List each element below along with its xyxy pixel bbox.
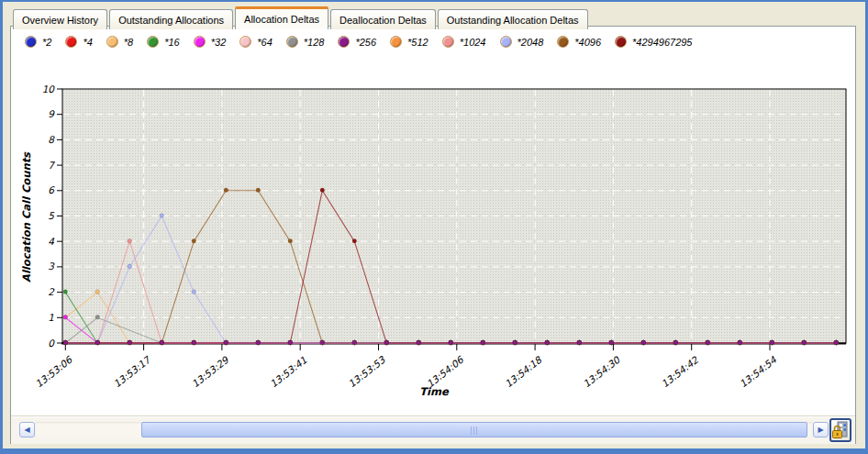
scrollbar-grip: [471, 426, 478, 435]
tab-outstanding-allocation-deltas[interactable]: Outstanding Allocation Deltas: [438, 9, 588, 29]
legend-color-dot: [338, 36, 350, 48]
legend-color-dot: [390, 36, 402, 48]
series-point-256: [63, 340, 68, 345]
series-point-4096: [224, 188, 228, 193]
y-tick-label: 9: [48, 108, 55, 119]
series-point-256: [770, 340, 774, 345]
series-point-256: [481, 340, 485, 345]
tab-strip: Overview HistoryOutstanding AllocationsA…: [13, 6, 588, 29]
legend-item-128: *128: [286, 36, 325, 48]
right-arrow-icon: ▶: [818, 426, 823, 434]
series-point-256: [673, 340, 678, 345]
y-tick-label: 1: [48, 312, 54, 323]
scrollbar-thumb[interactable]: [141, 422, 807, 437]
series-point-2048: [160, 214, 164, 218]
left-arrow-icon: ◀: [24, 426, 29, 434]
legend-item-32: *32: [194, 36, 227, 48]
x-tick-label: 13:54:42: [659, 353, 701, 389]
legend-label: *2048: [517, 37, 544, 48]
series-point-256: [609, 340, 614, 345]
y-tick-label: 6: [48, 184, 55, 195]
tab-outstanding-allocations[interactable]: Outstanding Allocations: [109, 9, 233, 29]
series-point-8: [95, 290, 100, 294]
legend-label: *512: [407, 37, 428, 48]
legend-item-256: *256: [338, 36, 376, 48]
y-tick-label: 0: [48, 338, 55, 349]
series-point-4294967295: [320, 188, 325, 193]
legend-label: *16: [164, 37, 180, 48]
series-point-256: [706, 340, 710, 345]
series-point-256: [288, 340, 293, 345]
y-tick-label: 3: [48, 260, 55, 271]
series-point-256: [160, 340, 164, 345]
x-tick-label: 13:53:06: [33, 353, 75, 389]
series-point-2048: [128, 264, 132, 269]
legend-item-512: *512: [390, 36, 428, 48]
x-tick-label: 13:53:29: [190, 353, 232, 389]
legend-item-1024: *1024: [442, 36, 486, 48]
legend-label: *2: [42, 37, 51, 48]
legend-label: *64: [257, 37, 273, 48]
legend-color-dot: [557, 36, 569, 48]
series-point-1024: [128, 238, 132, 243]
y-axis-title: Allocation Call Counts: [20, 151, 33, 282]
x-axis-title: Time: [419, 385, 450, 398]
legend-label: *32: [211, 37, 227, 48]
legend-label: *4096: [574, 37, 601, 48]
y-tick-label: 10: [42, 83, 56, 94]
legend-color-dot: [106, 36, 118, 48]
y-tick-label: 7: [48, 160, 55, 171]
series-point-256: [95, 340, 100, 345]
legend-color-dot: [442, 36, 454, 48]
legend-color-dot: [615, 36, 627, 48]
series-point-4096: [288, 238, 293, 243]
series-point-16: [63, 290, 68, 294]
x-tick-label: 13:54:30: [581, 353, 623, 389]
legend-item-2048: *2048: [500, 36, 544, 48]
tab-overview-history[interactable]: Overview History: [13, 9, 107, 29]
scrollbar-right-arrow-button[interactable]: ▶: [813, 422, 829, 437]
legend-label: *8: [124, 37, 133, 48]
series-line-2048: [65, 216, 836, 344]
x-tick-label: 13:53:41: [268, 354, 309, 389]
series-point-128: [95, 316, 100, 320]
legend-color-dot: [500, 36, 512, 48]
legend-color-dot: [194, 36, 206, 48]
series-point-256: [641, 340, 646, 345]
legend-color-dot: [239, 36, 251, 48]
legend-item-4294967295: *4294967295: [615, 36, 692, 48]
x-tick-label: 13:53:17: [111, 353, 153, 389]
series-point-2048: [192, 290, 196, 294]
legend-color-dot: [65, 36, 77, 48]
zoom-lock-button[interactable]: [829, 418, 851, 442]
chart-legend: *2*4*8*16*32*64*128*256*512*1024*2048*40…: [25, 36, 693, 48]
series-point-4096: [256, 188, 261, 193]
series-point-256: [224, 340, 228, 345]
series-point-256: [802, 340, 807, 345]
scrollbar-left-arrow-button[interactable]: ◀: [19, 422, 35, 437]
legend-item-2: *2: [25, 36, 51, 48]
y-tick-label: 8: [48, 134, 55, 145]
series-line-32: [65, 317, 836, 343]
legend-item-4096: *4096: [557, 36, 601, 48]
tab-allocation-deltas[interactable]: Allocation Deltas: [235, 6, 328, 29]
series-point-256: [513, 340, 517, 345]
x-tick-label: 13:54:18: [503, 353, 545, 389]
series-point-256: [834, 340, 839, 345]
legend-label: *128: [304, 37, 325, 48]
series-point-256: [449, 340, 453, 345]
legend-color-dot: [286, 36, 298, 48]
series-point-256: [256, 340, 261, 345]
legend-label: *1024: [460, 37, 486, 48]
y-tick-label: 2: [48, 286, 55, 297]
y-tick-label: 4: [48, 236, 54, 247]
legend-item-64: *64: [239, 36, 273, 48]
y-tick-label: 5: [48, 210, 55, 221]
series-point-32: [63, 316, 68, 320]
legend-item-8: *8: [106, 36, 133, 48]
tab-deallocation-deltas[interactable]: Deallocation Deltas: [330, 9, 436, 29]
series-line-128: [65, 317, 836, 343]
legend-label: *256: [355, 37, 376, 48]
legend-color-dot: [25, 36, 37, 48]
scrollbar-row: ◀ ▶: [11, 415, 855, 444]
